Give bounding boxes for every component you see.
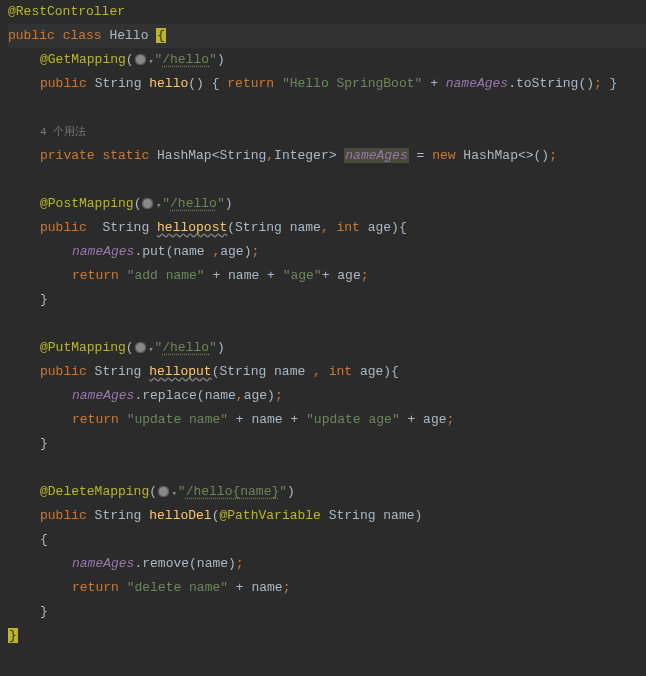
string-literal: "add name" bbox=[127, 268, 205, 283]
keyword-private: private bbox=[40, 148, 95, 163]
code-line[interactable]: { bbox=[8, 528, 646, 552]
concat: + age bbox=[322, 268, 361, 283]
method-call: .toString() bbox=[508, 76, 594, 91]
code-line-highlighted[interactable]: public class Hello { bbox=[8, 24, 646, 48]
string-literal: "update age" bbox=[306, 412, 400, 427]
code-line[interactable]: nameAges.remove(name); bbox=[8, 552, 646, 576]
code-line[interactable]: @DeleteMapping( "/hello{name}") bbox=[8, 480, 646, 504]
brace-close: } bbox=[40, 436, 48, 451]
brace-close: } bbox=[40, 604, 48, 619]
annotation-get: @GetMapping bbox=[40, 52, 126, 67]
keyword-return: return bbox=[72, 412, 119, 427]
params: (String name bbox=[212, 364, 313, 379]
paren-block: () { bbox=[188, 76, 227, 91]
string-quote: " bbox=[279, 484, 287, 499]
params: String name) bbox=[321, 508, 422, 523]
usage-count[interactable]: 4 个用法 bbox=[40, 126, 86, 138]
code-editor[interactable]: @RestController public class Hello { @Ge… bbox=[0, 0, 646, 648]
concat: + age bbox=[400, 412, 447, 427]
comma: , bbox=[236, 388, 244, 403]
code-line[interactable]: } bbox=[8, 432, 646, 456]
web-icon[interactable] bbox=[141, 197, 154, 210]
type: String bbox=[95, 76, 142, 91]
concat: + name + bbox=[205, 268, 283, 283]
paren: ( bbox=[149, 484, 157, 499]
arg: age) bbox=[244, 388, 275, 403]
keyword-int: int bbox=[337, 220, 360, 235]
blank-line[interactable] bbox=[8, 456, 646, 480]
params-rest: age){ bbox=[360, 220, 407, 235]
paren: ) bbox=[217, 52, 225, 67]
blank-line[interactable] bbox=[8, 312, 646, 336]
space bbox=[321, 364, 329, 379]
code-line[interactable]: @PostMapping( "/hello") bbox=[8, 192, 646, 216]
code-line[interactable]: private static HashMap<String,Integer> n… bbox=[8, 144, 646, 168]
code-line[interactable]: return "delete name" + name; bbox=[8, 576, 646, 600]
keyword-new: new bbox=[432, 148, 455, 163]
code-line[interactable]: return "update name" + name + "update ag… bbox=[8, 408, 646, 432]
semicolon: ; bbox=[236, 556, 244, 571]
blank-line[interactable] bbox=[8, 96, 646, 120]
keyword-return: return bbox=[72, 580, 119, 595]
keyword-public: public bbox=[40, 364, 87, 379]
paren: ( bbox=[126, 52, 134, 67]
annotation-delete: @DeleteMapping bbox=[40, 484, 149, 499]
brace-close: } bbox=[40, 292, 48, 307]
code-line[interactable]: nameAges.replace(name,age); bbox=[8, 384, 646, 408]
code-line[interactable]: } bbox=[8, 624, 646, 648]
method-call: .remove(name) bbox=[134, 556, 235, 571]
string-literal: "update name" bbox=[127, 412, 228, 427]
keyword-int: int bbox=[329, 364, 352, 379]
code-line[interactable]: return "add name" + name + "age"+ age; bbox=[8, 264, 646, 288]
arg: age) bbox=[220, 244, 251, 259]
paren: ) bbox=[217, 340, 225, 355]
concat: + name bbox=[228, 580, 283, 595]
code-line[interactable]: @RestController bbox=[8, 0, 646, 24]
matching-brace: } bbox=[8, 628, 18, 643]
semicolon: ; bbox=[549, 148, 557, 163]
code-line[interactable]: nameAges.put(name ,age); bbox=[8, 240, 646, 264]
usage-hint-line[interactable]: 4 个用法 bbox=[8, 120, 646, 144]
concat: + name + bbox=[228, 412, 306, 427]
constructor: HashMap<>() bbox=[456, 148, 550, 163]
code-line[interactable]: } bbox=[8, 600, 646, 624]
code-line[interactable]: public String helloDel(@PathVariable Str… bbox=[8, 504, 646, 528]
field-declaration: nameAges bbox=[344, 148, 408, 163]
operator: + bbox=[422, 76, 445, 91]
annotation-pathvar: @PathVariable bbox=[219, 508, 320, 523]
semicolon: ; bbox=[251, 244, 259, 259]
string-quote: " bbox=[217, 196, 225, 211]
comma: , bbox=[266, 148, 274, 163]
semicolon: ; bbox=[283, 580, 291, 595]
web-icon[interactable] bbox=[134, 53, 147, 66]
brace-close: } bbox=[602, 76, 618, 91]
field-ref: nameAges bbox=[72, 388, 134, 403]
annotation: @RestController bbox=[8, 4, 125, 19]
method-name: hellopost bbox=[157, 220, 227, 235]
space bbox=[329, 220, 337, 235]
string-literal: "age" bbox=[283, 268, 322, 283]
keyword-public: public bbox=[40, 220, 87, 235]
code-line[interactable]: @PutMapping( "/hello") bbox=[8, 336, 646, 360]
method-name: hello bbox=[149, 76, 188, 91]
string-literal: "Hello SpringBoot" bbox=[282, 76, 422, 91]
string-path[interactable]: /hello{name} bbox=[186, 484, 280, 499]
code-line[interactable]: public String helloput(String name , int… bbox=[8, 360, 646, 384]
params: (String name bbox=[227, 220, 321, 235]
web-icon[interactable] bbox=[157, 485, 170, 498]
string-path[interactable]: /hello bbox=[170, 196, 217, 211]
annotation-put: @PutMapping bbox=[40, 340, 126, 355]
code-line[interactable]: public String hellopost(String name, int… bbox=[8, 216, 646, 240]
string-quote: " bbox=[178, 484, 186, 499]
code-line[interactable]: @GetMapping( "/hello") bbox=[8, 48, 646, 72]
type: String bbox=[87, 364, 149, 379]
keyword-class: class bbox=[63, 28, 102, 43]
web-icon[interactable] bbox=[134, 341, 147, 354]
string-path[interactable]: /hello bbox=[162, 340, 209, 355]
field-ref: nameAges bbox=[72, 244, 134, 259]
blank-line[interactable] bbox=[8, 168, 646, 192]
string-path[interactable]: /hello bbox=[162, 52, 209, 67]
code-line[interactable]: public String hello() { return "Hello Sp… bbox=[8, 72, 646, 96]
string-quote: " bbox=[209, 52, 217, 67]
code-line[interactable]: } bbox=[8, 288, 646, 312]
